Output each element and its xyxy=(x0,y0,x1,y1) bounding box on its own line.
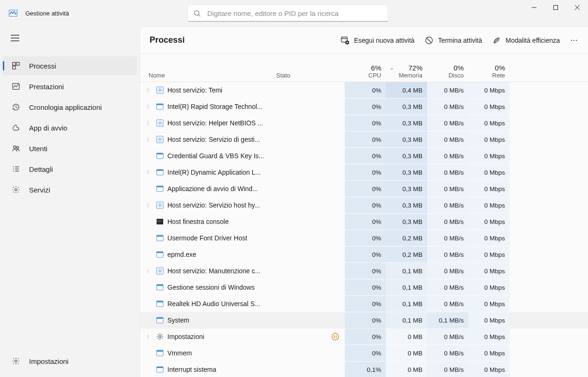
table-row[interactable]: 〉Host servizio: Temi0%0,4 MB0 MB/s0 Mbps xyxy=(140,82,588,99)
sidebar-item-dettagli[interactable]: Dettagli xyxy=(3,160,137,178)
table-row[interactable]: 〉C:\Host finestra console0%0,3 MB0 MB/s0… xyxy=(140,214,588,230)
table-row[interactable]: 〉Vmmem0%0 MB0 MB/s0 Mbps xyxy=(140,345,588,362)
process-icon xyxy=(156,284,164,291)
expand-chevron-icon[interactable]: 〉 xyxy=(145,87,153,94)
table-row[interactable]: 〉epmd.exe0%0,2 MB0 MB/s0 Mbps xyxy=(140,246,588,263)
expand-chevron-icon[interactable]: 〉 xyxy=(145,120,153,127)
cell-memory: 0,3 MB xyxy=(386,197,427,213)
sidebar-item-processi[interactable]: Processi xyxy=(3,56,137,75)
cell-cpu: 0% xyxy=(345,263,386,279)
table-row[interactable]: 〉Impostazioni0%0 MB0 MB/s0 Mbps xyxy=(140,329,588,345)
sidebar-item-prestazioni[interactable]: Prestazioni xyxy=(3,77,137,96)
svg-rect-11 xyxy=(16,62,19,65)
sidebar-item-label: Servizi xyxy=(29,186,50,194)
process-icon xyxy=(156,366,164,373)
column-network[interactable]: 0%Rete xyxy=(468,64,510,79)
process-list[interactable]: 〉Host servizio: Temi0%0,4 MB0 MB/s0 Mbps… xyxy=(140,82,588,377)
minimize-button[interactable] xyxy=(523,0,545,15)
window-controls xyxy=(523,0,588,23)
process-icon xyxy=(156,136,164,143)
startup-icon xyxy=(11,123,21,132)
search-box[interactable] xyxy=(188,5,388,22)
column-status[interactable]: Stato xyxy=(276,72,345,79)
table-row[interactable]: 〉System0%0,1 MB0,1 MB/s0 Mbps xyxy=(140,312,588,329)
end-task-button[interactable]: Termina attività xyxy=(425,36,482,45)
svg-rect-45 xyxy=(157,186,163,187)
hamburger-icon[interactable] xyxy=(11,35,140,41)
search-icon xyxy=(194,10,201,17)
table-row[interactable]: 〉Gestione sessioni di Windows0%0,1 MB0 M… xyxy=(140,279,588,296)
close-button[interactable] xyxy=(566,0,588,15)
expand-chevron-icon[interactable]: 〉 xyxy=(145,268,153,275)
expand-chevron-icon[interactable]: 〉 xyxy=(145,333,153,340)
column-disk[interactable]: 0%Disco xyxy=(427,64,468,79)
process-icon xyxy=(156,349,164,357)
cell-memory: 0,2 MB xyxy=(386,246,427,262)
expand-chevron-icon[interactable]: 〉 xyxy=(145,202,153,209)
process-name-label: Realtek HD Audio Universal S... xyxy=(167,300,260,308)
table-row[interactable]: 〉Credential Guard & VBS Key Is...0%0,3 M… xyxy=(140,148,588,164)
cell-cpu: 0% xyxy=(345,197,386,213)
sidebar-item-avvio[interactable]: App di avvio xyxy=(3,118,137,137)
column-name[interactable]: Nome xyxy=(140,72,276,79)
cell-cpu: 0% xyxy=(345,279,386,295)
cell-memory: 0,1 MB xyxy=(386,263,427,279)
more-options-button[interactable]: ⋯ xyxy=(570,36,579,45)
cell-memory: 0,3 MB xyxy=(386,131,427,147)
search-input[interactable] xyxy=(207,9,382,17)
cell-name: 〉System xyxy=(140,316,276,324)
table-row[interactable]: 〉Host servizio: Manutenzione c...0%0,1 M… xyxy=(140,263,588,279)
cell-network: 0 Mbps xyxy=(468,296,510,312)
svg-text:C:\: C:\ xyxy=(158,220,161,223)
cell-status xyxy=(276,333,345,340)
table-row[interactable]: 〉Interrupt sistema0,1%0 MB0 MB/s0 Mbps xyxy=(140,362,588,377)
sidebar-item-label: Impostazioni xyxy=(29,357,68,365)
cell-disk: 0 MB/s xyxy=(427,246,468,262)
column-cpu[interactable]: 6%CPU xyxy=(345,64,386,79)
sidebar-item-label: Processi xyxy=(29,62,56,70)
cell-disk: 0 MB/s xyxy=(427,263,468,279)
cell-name: 〉Host servizio: Servizio host hy... xyxy=(140,201,276,209)
cell-cpu: 0% xyxy=(345,131,386,147)
table-row[interactable]: 〉Applicazione di avvio di Wind...0%0,3 M… xyxy=(140,181,588,197)
cell-cpu: 0% xyxy=(345,164,386,180)
efficiency-mode-button[interactable]: Modalità efficienza xyxy=(492,36,560,45)
expand-chevron-icon[interactable]: 〉 xyxy=(145,136,153,143)
cell-network: 0 Mbps xyxy=(468,263,510,279)
svg-rect-35 xyxy=(157,104,163,105)
cell-network: 0 Mbps xyxy=(468,230,510,246)
column-memory[interactable]: ⌄72%Memoria xyxy=(386,64,427,79)
table-row[interactable]: 〉Intel(R) Dynamic Application L...0%0,3 … xyxy=(140,164,588,181)
process-name-label: Host servizio: Manutenzione c... xyxy=(167,267,260,275)
run-new-task-button[interactable]: Esegui nuova attività xyxy=(341,36,415,45)
table-row[interactable]: 〉Realtek HD Audio Universal S...0%0,1 MB… xyxy=(140,296,588,312)
expand-chevron-icon[interactable]: 〉 xyxy=(145,169,153,176)
table-row[interactable]: 〉Host servizio: Servizio di gesti...0%0,… xyxy=(140,131,588,148)
cell-name: 〉Intel(R) Rapid Storage Technol... xyxy=(140,103,276,110)
cell-name: 〉Interrupt sistema xyxy=(140,366,276,373)
table-row[interactable]: 〉Host servizio: Helper NetBIOS ...0%0,3 … xyxy=(140,115,588,131)
table-row[interactable]: 〉Usermode Font Driver Host0%0,2 MB0 MB/s… xyxy=(140,230,588,246)
svg-rect-67 xyxy=(157,350,163,352)
svg-line-2 xyxy=(198,15,200,16)
process-name-label: Intel(R) Rapid Storage Technol... xyxy=(167,103,263,110)
expand-chevron-icon[interactable]: 〉 xyxy=(145,103,153,110)
cell-cpu: 0% xyxy=(345,82,386,98)
svg-point-15 xyxy=(16,146,19,149)
cell-name: 〉Vmmem xyxy=(140,349,276,357)
maximize-button[interactable] xyxy=(545,0,566,15)
svg-rect-43 xyxy=(157,169,163,171)
sidebar-item-utenti[interactable]: Utenti xyxy=(3,139,137,158)
cell-disk: 0 MB/s xyxy=(427,197,468,213)
cell-name: 〉Host servizio: Servizio di gesti... xyxy=(140,136,276,143)
sidebar-item-settings[interactable]: Impostazioni xyxy=(3,352,137,370)
table-row[interactable]: 〉Intel(R) Rapid Storage Technol...0%0,3 … xyxy=(140,99,588,115)
cell-disk: 0 MB/s xyxy=(427,362,468,377)
table-row[interactable]: 〉Host servizio: Servizio host hy...0%0,3… xyxy=(140,197,588,214)
cell-name: 〉Credential Guard & VBS Key Is... xyxy=(140,152,276,160)
cell-memory: 0,3 MB xyxy=(386,99,427,115)
cell-memory: 0,2 MB xyxy=(386,230,427,246)
sidebar-item-servizi[interactable]: Servizi xyxy=(3,180,137,199)
performance-icon xyxy=(11,82,21,91)
sidebar-item-cronologia[interactable]: Cronologia applicazioni xyxy=(3,98,137,116)
